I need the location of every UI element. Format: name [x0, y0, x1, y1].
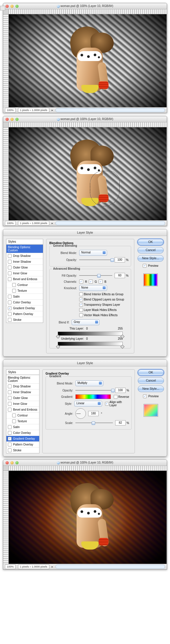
ruler-vertical[interactable]: [3, 127, 9, 220]
checkbox[interactable]: [8, 408, 12, 412]
ruler-horizontal[interactable]: [8, 122, 167, 127]
scrollbar-horizontal[interactable]: [55, 565, 165, 569]
status-info[interactable]: 1 pixels = 1.0000 pixels: [18, 108, 49, 112]
checkbox[interactable]: [8, 306, 12, 310]
style-bevel[interactable]: Bevel and Emboss: [6, 407, 39, 412]
style-inner-glow[interactable]: Inner Glow: [6, 401, 39, 407]
underlying-ramp[interactable]: [58, 342, 123, 346]
style-inner-glow[interactable]: Inner Glow: [6, 270, 43, 276]
cancel-button[interactable]: Cancel: [138, 247, 164, 253]
style-inner-shadow[interactable]: Inner Shadow: [6, 259, 43, 264]
preview-checkbox[interactable]: [143, 264, 147, 268]
canvas[interactable]: [9, 471, 167, 564]
fill-opacity-value[interactable]: 60: [115, 273, 125, 278]
style-gradient-overlay[interactable]: Gradient Overlay: [6, 305, 43, 311]
titlebar[interactable]: woman.psd @ 100% (Layer 10, RGB/8#): [3, 3, 167, 9]
style-satin[interactable]: Satin: [6, 294, 43, 299]
blend-if-select[interactable]: Gray: [72, 319, 100, 325]
style-satin[interactable]: Satin: [6, 424, 39, 430]
zoom-field[interactable]: 100%: [5, 221, 16, 226]
scrollbar-horizontal[interactable]: [55, 221, 165, 225]
ruler-vertical[interactable]: [3, 14, 9, 107]
style-bevel[interactable]: Bevel and Emboss: [6, 276, 43, 282]
chevron-right-icon[interactable]: ▸: [52, 109, 53, 112]
checkbox[interactable]: [8, 425, 12, 429]
this-layer-ramp[interactable]: [58, 332, 123, 336]
angle-dial[interactable]: [75, 408, 86, 419]
channel-g-checkbox[interactable]: [89, 280, 93, 284]
style-drop-shadow[interactable]: Drop Shadow: [6, 383, 39, 389]
ruler-vertical[interactable]: [3, 471, 9, 564]
style-blending-options[interactable]: Blending Options: Custom: [6, 244, 43, 253]
titlebar[interactable]: woman.psd @ 100% (Layer 10, RGB/8#): [3, 116, 167, 122]
ruler-horizontal[interactable]: [8, 466, 167, 471]
opacity-slider[interactable]: [75, 388, 113, 392]
style-outer-glow[interactable]: Outer Glow: [6, 395, 39, 401]
gradient-picker[interactable]: [75, 394, 111, 399]
styles-header[interactable]: Styles: [6, 239, 43, 244]
style-inner-shadow[interactable]: Inner Shadow: [6, 389, 39, 395]
checkbox[interactable]: [8, 295, 12, 298]
checkbox[interactable]: [8, 402, 12, 406]
style-contour[interactable]: Contour: [6, 282, 43, 288]
checkbox[interactable]: [8, 277, 12, 281]
style-texture[interactable]: Texture: [6, 418, 39, 424]
style-texture[interactable]: Texture: [6, 288, 43, 294]
selection-marquee[interactable]: [90, 171, 120, 206]
blend-mode-select[interactable]: Normal: [79, 250, 107, 256]
styles-header[interactable]: Styles: [6, 369, 39, 375]
blend-mode-select[interactable]: Multiply: [75, 380, 103, 386]
style-gradient-overlay[interactable]: Gradient Overlay: [6, 436, 39, 441]
preview-checkbox[interactable]: [143, 394, 147, 398]
style-drop-shadow[interactable]: Drop Shadow: [6, 253, 43, 259]
reverse-checkbox[interactable]: [114, 395, 117, 399]
checkbox[interactable]: [8, 390, 12, 394]
cancel-button[interactable]: Cancel: [138, 378, 164, 384]
opacity-value[interactable]: 100: [115, 388, 126, 393]
angle-value[interactable]: 180: [88, 411, 99, 416]
scale-value[interactable]: 82: [115, 420, 126, 425]
checkbox[interactable]: [12, 414, 16, 417]
checkbox[interactable]: [12, 289, 16, 293]
checkbox[interactable]: [8, 384, 12, 388]
new-style-button[interactable]: New Style...: [138, 386, 164, 392]
checkbox[interactable]: [8, 312, 12, 316]
ok-button[interactable]: OK: [138, 369, 164, 376]
checkbox[interactable]: [8, 448, 12, 452]
opt-interior-checkbox[interactable]: [79, 292, 83, 296]
checkbox[interactable]: [12, 283, 16, 287]
scale-slider[interactable]: [75, 421, 113, 425]
style-stroke[interactable]: Stroke: [6, 447, 39, 453]
style-blending-options[interactable]: Blending Options: Custom: [6, 375, 39, 383]
opt-layermask-checkbox[interactable]: [79, 308, 83, 312]
checkbox[interactable]: [8, 437, 12, 441]
style-color-overlay[interactable]: Color Overlay: [6, 430, 39, 436]
style-outer-glow[interactable]: Outer Glow: [6, 264, 43, 270]
chevron-right-icon[interactable]: ▸: [52, 565, 53, 568]
checkbox[interactable]: [12, 419, 16, 423]
scrollbar-horizontal[interactable]: [55, 108, 165, 112]
opt-clipped-checkbox[interactable]: [79, 298, 83, 301]
checkbox[interactable]: [8, 300, 12, 304]
style-pattern-overlay[interactable]: Pattern Overlay: [6, 311, 43, 317]
checkbox[interactable]: [8, 254, 12, 258]
knockout-select[interactable]: None: [79, 285, 107, 291]
status-info[interactable]: 1 pixels = 1.0000 pixels: [18, 564, 49, 569]
checkbox[interactable]: [8, 318, 12, 322]
fill-opacity-slider[interactable]: [79, 273, 112, 278]
chevron-right-icon[interactable]: ▸: [52, 222, 53, 225]
style-color-overlay[interactable]: Color Overlay: [6, 299, 43, 305]
opt-vectormask-checkbox[interactable]: [79, 313, 83, 317]
ok-button[interactable]: OK: [138, 239, 164, 245]
status-info[interactable]: 1 pixels = 1.0000 pixels: [18, 221, 49, 226]
titlebar[interactable]: woman.psd @ 100% (Layer 10, RGB/8#): [3, 460, 167, 466]
checkbox[interactable]: [8, 260, 12, 264]
align-checkbox[interactable]: [105, 402, 109, 406]
ruler-horizontal[interactable]: [8, 9, 167, 14]
style-pattern-overlay[interactable]: Pattern Overlay: [6, 441, 39, 447]
style-contour[interactable]: Contour: [6, 412, 39, 418]
checkbox[interactable]: [8, 443, 12, 446]
checkbox[interactable]: [8, 396, 12, 400]
zoom-field[interactable]: 100%: [5, 108, 16, 112]
new-style-button[interactable]: New Style...: [138, 255, 164, 262]
